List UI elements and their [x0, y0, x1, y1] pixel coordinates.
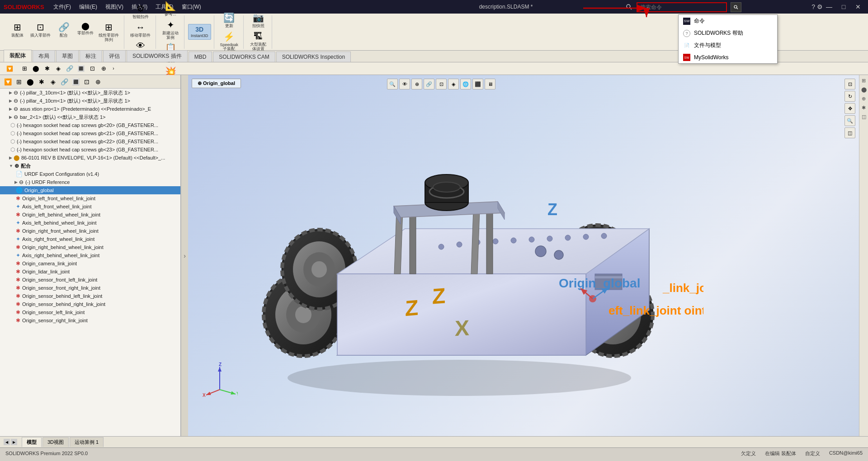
- search-input[interactable]: [637, 2, 727, 12]
- panel-icon-2[interactable]: ⬤: [25, 77, 35, 87]
- tree-item-hexscrew22[interactable]: ⬡ (-) hexagon socket head cap screws gb<…: [0, 137, 180, 146]
- tree-item-origin-sfl[interactable]: ✱ Origin_sensor_front_left_link_joint: [0, 276, 180, 284]
- vp-pan[interactable]: ✥: [844, 103, 855, 114]
- tree-item-axis-lf[interactable]: ✦ Axis_left_front_wheel_link_joint: [0, 202, 180, 211]
- search-option-mysolidworks[interactable]: SW MySolidWorks: [679, 52, 777, 63]
- panel-filter-icon[interactable]: 🔽: [3, 77, 13, 87]
- toolbar-btn-reference[interactable]: 📐 参考...: [160, 0, 181, 18]
- vp-zoom[interactable]: 🔍: [844, 115, 855, 126]
- panel-resize-handle[interactable]: ›: [181, 75, 188, 436]
- tree-item-urdf-export[interactable]: 📄 URDF Export Configuration (v1.4): [0, 170, 180, 178]
- tab-sw-inspection[interactable]: SOLIDWORKS Inspection: [276, 52, 351, 62]
- rp-icon-2[interactable]: ⬤: [860, 86, 868, 93]
- toolbar-btn-large-assembly[interactable]: 🏗 大型装配体设置: [247, 30, 269, 53]
- toolbar-btn-assembly[interactable]: ⊞ 装配体: [6, 20, 28, 44]
- tab-sw-plugins[interactable]: SOLIDWORKS 插件: [127, 50, 188, 62]
- tab-annotation[interactable]: 标注: [80, 50, 102, 62]
- tb2-icon-6[interactable]: 🔳: [76, 64, 86, 74]
- search-option-command[interactable]: SW 命令: [679, 15, 777, 27]
- panel-icon-6[interactable]: 🔳: [71, 77, 80, 87]
- tab-mbd[interactable]: MBD: [189, 52, 212, 62]
- vp-top-icon-3[interactable]: ⊕: [411, 79, 422, 89]
- close-button[interactable]: ✕: [852, 2, 864, 11]
- tree-item-origin-rf[interactable]: ✱ Origin_right_front_wheel_link_joint: [0, 227, 180, 235]
- menu-view[interactable]: 视图(V): [102, 2, 127, 12]
- tb2-icon-4[interactable]: ◈: [53, 64, 63, 74]
- toolbar-btn-update[interactable]: 🔄 更新: [218, 11, 240, 30]
- menu-edit[interactable]: 编辑(E): [75, 2, 101, 12]
- tree-item-urdf-reference[interactable]: ▶ ⊖ (-) URDF Reference: [0, 178, 180, 186]
- bottom-tab-model[interactable]: 模型: [22, 437, 42, 447]
- tab-layout[interactable]: 布局: [33, 50, 55, 62]
- vp-top-icon-7[interactable]: 🌐: [460, 79, 471, 89]
- rp-icon-3[interactable]: ⊕: [860, 95, 868, 102]
- search-option-help[interactable]: ? SOLIDWORKS 帮助: [679, 27, 777, 39]
- vp-top-icon-9[interactable]: 🖥: [485, 79, 495, 89]
- tree-item-origin-rb[interactable]: ✱ Origin_right_behind_wheel_link_joint: [0, 243, 180, 251]
- tree-item-origin-global[interactable]: 🌐 Origin_global: [0, 186, 180, 194]
- 3d-viewport[interactable]: ⊕ Origin_global ⊡ ↻ ✥ 🔍 ◫ 🔍 👁 ⊕ 🔗 ⊡ ◈ 🌐 …: [188, 75, 859, 436]
- vp-top-icon-6[interactable]: ◈: [448, 79, 459, 89]
- toolbar-btn-insert-component[interactable]: ⊡ 插入零部件: [28, 20, 53, 44]
- tree-item-hexscrew20[interactable]: ⬡ (-) hexagon socket head cap screws gb<…: [0, 121, 180, 129]
- tree-item-asus[interactable]: ▶ ⊖ asus xtion pro<1> (Predeterminado) <…: [0, 105, 180, 113]
- tree-item-origin-sr[interactable]: ✱ Origin_sensor_right_link_joint: [0, 316, 180, 325]
- tb2-icon-8[interactable]: ⊕: [99, 64, 108, 74]
- menu-window[interactable]: 窗口(W): [178, 2, 205, 12]
- tab-evaluate[interactable]: 评估: [103, 50, 126, 62]
- nav-right[interactable]: ▶: [11, 439, 17, 445]
- tab-assembly[interactable]: 装配体: [4, 50, 32, 62]
- rp-icon-4[interactable]: ✱: [860, 104, 868, 111]
- tb2-icon-2[interactable]: ⬤: [31, 64, 41, 74]
- tree-item-match-folder[interactable]: ▼ ⊕ 配合: [0, 162, 180, 170]
- toolbar-btn-move-component[interactable]: ↔ 移动零部件: [128, 21, 153, 39]
- tree-item-axis-lb[interactable]: ✦ Axis_left_behind_wheel_link_joint: [0, 219, 180, 227]
- vp-top-icon-4[interactable]: 🔗: [424, 79, 434, 89]
- tree-item-pillar4[interactable]: ▶ ⊖ (-) pillar_4_10cm<1> (默认) <<默认>_显示状态…: [0, 97, 180, 105]
- panel-icon-8[interactable]: ⊕: [93, 77, 103, 87]
- tb2-icon-1[interactable]: ⊞: [19, 64, 29, 74]
- tree-item-origin-lf[interactable]: ✱ Origin_left_front_wheel_link_joint: [0, 194, 180, 202]
- toolbar-btn-linear-array[interactable]: ⊞ 线性零部件阵列: [96, 20, 121, 44]
- tree-item-axis-rf[interactable]: ✦ Axis_right_front_wheel_link_joint: [0, 235, 180, 243]
- tree-item-origin-sbl[interactable]: ✱ Origin_sensor_behind_left_link_joint: [0, 292, 180, 300]
- menu-file[interactable]: 文件(F): [50, 2, 75, 12]
- tree-item-axis-rb[interactable]: ✦ Axis_right_behind_wheel_link_joint: [0, 251, 180, 259]
- panel-icon-5[interactable]: 🔗: [59, 77, 69, 87]
- tab-sw-cam[interactable]: SOLIDWORKS CAM: [213, 52, 275, 62]
- toolbar-btn-speedpak[interactable]: ⚡ Speedpak子装配: [218, 30, 241, 53]
- tree-item-origin-sl[interactable]: ✱ Origin_sensor_left_link_joint: [0, 308, 180, 316]
- toolbar-btn-snapshot[interactable]: 📷 拍快照: [247, 11, 269, 30]
- vp-zoom-fit[interactable]: ⊡: [844, 79, 855, 89]
- tree-item-origin-lidar[interactable]: ✱ Origin_lidar_link_joint: [0, 268, 180, 276]
- bottom-tab-3dview[interactable]: 3D视图: [42, 437, 69, 447]
- tree-item-origin-sfr[interactable]: ✱ Origin_sensor_front_right_link_joint: [0, 284, 180, 292]
- vp-top-icon-8[interactable]: ⬛: [472, 79, 483, 89]
- maximize-button[interactable]: □: [837, 2, 850, 11]
- tree-item-origin-lb[interactable]: ✱ Origin_left_behind_wheel_link_joint: [0, 211, 180, 219]
- tb2-icon-5[interactable]: 🔗: [65, 64, 75, 74]
- toolbar-btn-component[interactable]: ⬤ 零部件件: [75, 20, 96, 44]
- vp-top-icon-2[interactable]: 👁: [399, 79, 410, 89]
- help-icon[interactable]: ?: [811, 3, 815, 10]
- toolbar-btn-instant3d[interactable]: 3D Instant3D: [188, 24, 211, 40]
- bottom-tab-motion[interactable]: 运动算例 1: [70, 437, 104, 447]
- tb2-icon-7[interactable]: ⊡: [87, 64, 97, 74]
- tree-item-pillar3[interactable]: ▶ ⊖ (-) pillar_3_10cm<1> (默认) <<默认>_显示状态…: [0, 89, 180, 97]
- vp-top-icon-1[interactable]: 🔍: [387, 79, 398, 89]
- vp-rotate[interactable]: ↻: [844, 91, 855, 102]
- viewport-tab-origin-global[interactable]: ⊕ Origin_global: [192, 79, 241, 88]
- settings-icon[interactable]: ⚙: [817, 3, 823, 10]
- tree-item-vlp16[interactable]: ▶ ⬤ 86-0101 REV B ENVELOPE, VLP-16<1> (D…: [0, 154, 180, 162]
- panel-icon-3[interactable]: ✱: [37, 77, 47, 87]
- minimize-button[interactable]: —: [823, 2, 835, 11]
- toolbar-btn-smart-fastener[interactable]: ⚙ 智能扣件: [130, 2, 151, 21]
- panel-icon-1[interactable]: ⊞: [14, 77, 24, 87]
- panel-icon-4[interactable]: ◈: [48, 77, 58, 87]
- toolbar-btn-new-motion[interactable]: ✦ 新建运动算例: [160, 18, 181, 42]
- vp-top-icon-5[interactable]: ⊡: [436, 79, 447, 89]
- filter-btn[interactable]: 🔽: [4, 65, 16, 73]
- toolbar-btn-mate[interactable]: 🔗 配合: [53, 20, 75, 44]
- tab-sketch[interactable]: 草图: [56, 50, 79, 62]
- nav-left[interactable]: ◀: [4, 439, 10, 445]
